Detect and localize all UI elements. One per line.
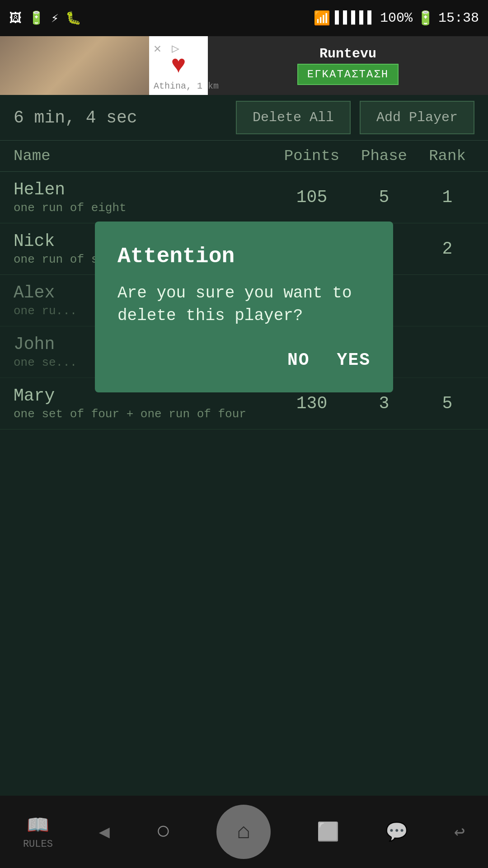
ad-location-info: Athina, 1 km bbox=[154, 81, 219, 91]
modal-overlay: Attention Are you sure you want to delet… bbox=[0, 95, 488, 868]
battery-percent: 100% bbox=[380, 10, 413, 26]
delete-confirmation-modal: Attention Are you sure you want to delet… bbox=[95, 222, 393, 392]
modal-message: Are you sure you want to delete this pla… bbox=[117, 282, 371, 328]
status-right: 📶 ▌▌▌▌▌ 100% 🔋 15:38 bbox=[314, 10, 479, 27]
wifi-icon: 📶 bbox=[314, 10, 330, 27]
ad-title: Runtevu bbox=[319, 46, 376, 61]
battery-low-icon: 🔋 bbox=[28, 10, 44, 26]
ad-close-icon[interactable]: ✕ bbox=[154, 41, 161, 56]
modal-title: Attention bbox=[117, 244, 371, 269]
battery-icon: 🔋 bbox=[417, 10, 434, 27]
bug-icon: 🐛 bbox=[66, 10, 81, 26]
status-bar: 🖼 🔋 ⚡ 🐛 📶 ▌▌▌▌▌ 100% 🔋 15:38 bbox=[0, 0, 488, 36]
signal-icon: ▌▌▌▌▌ bbox=[335, 10, 375, 26]
ad-content: Runtevu ΕΓΚΑΤΑΣΤΑΣΗ bbox=[208, 36, 488, 95]
modal-buttons: NO YES bbox=[117, 350, 371, 370]
ad-play-icon[interactable]: ▷ bbox=[172, 41, 179, 56]
ad-banner[interactable]: ♥ Runtevu ΕΓΚΑΤΑΣΤΑΣΗ ✕ ▷ Athina, 1 km bbox=[0, 36, 488, 95]
usb-icon: ⚡ bbox=[51, 10, 59, 26]
clock: 15:38 bbox=[438, 10, 479, 26]
modal-no-button[interactable]: NO bbox=[287, 350, 310, 370]
ad-install-button[interactable]: ΕΓΚΑΤΑΣΤΑΣΗ bbox=[297, 64, 399, 85]
modal-yes-button[interactable]: YES bbox=[337, 350, 371, 370]
status-icons: 🖼 🔋 ⚡ 🐛 bbox=[9, 10, 81, 26]
image-icon: 🖼 bbox=[9, 10, 22, 26]
ad-image bbox=[0, 36, 149, 95]
